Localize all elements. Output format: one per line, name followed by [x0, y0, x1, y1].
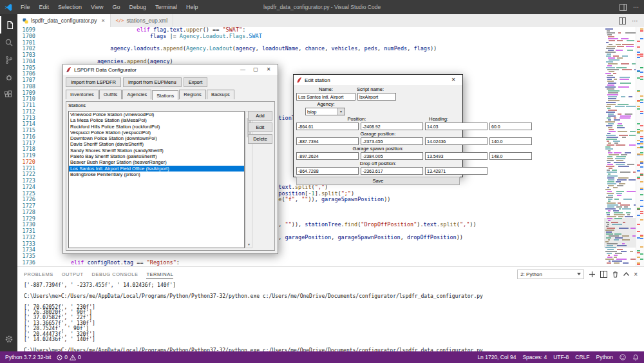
- edit-station-title-bar[interactable]: Edit station ✕: [294, 75, 462, 85]
- close-icon[interactable]: ×: [102, 18, 105, 24]
- stations-listbox[interactable]: Vinewood Police Station (vinewoodPol)La …: [68, 111, 245, 248]
- new-terminal-icon[interactable]: [589, 271, 596, 278]
- kill-terminal-trash-icon[interactable]: [612, 271, 619, 278]
- garage-z-field[interactable]: [425, 137, 488, 145]
- list-item[interactable]: Bolingbroke Penitentiary (prison): [69, 172, 244, 177]
- panel-tab-output[interactable]: OUTPUT: [62, 269, 84, 279]
- configurator-tab-backups[interactable]: Backups: [207, 90, 234, 99]
- garage-spawn-z-field[interactable]: [425, 152, 488, 160]
- garage-spawn-y-field[interactable]: [361, 152, 423, 160]
- terminal-select[interactable]: 2: Python: [517, 270, 584, 279]
- status-item[interactable]: Python: [596, 354, 613, 360]
- debug-icon[interactable]: [0, 68, 17, 86]
- code-line[interactable]: flags |= Agency.Loadout.Flags.SWAT: [44, 34, 601, 40]
- more-actions-icon[interactable]: ⋯: [632, 17, 638, 25]
- list-item[interactable]: Vespucci Police Station (vespucciPol): [69, 130, 244, 135]
- code-line[interactable]: agency.loadouts.append(Agency.Loadout(ag…: [44, 46, 601, 52]
- configurator-tab-outfits[interactable]: Outfits: [99, 90, 122, 99]
- garage-heading-field[interactable]: [489, 137, 532, 145]
- code-line[interactable]: elif configRoot.tag == "Regions":: [44, 260, 601, 266]
- panel-tab-terminal[interactable]: TERMINAL: [146, 269, 173, 279]
- position-y-field[interactable]: [361, 123, 423, 130]
- notifications-bell-icon[interactable]: [632, 354, 639, 361]
- menu-file[interactable]: File: [16, 0, 35, 14]
- list-item[interactable]: Downtown Police Station (downtownPol): [69, 135, 244, 141]
- layout-toggle-icon[interactable]: [620, 4, 627, 11]
- settings-gear-icon[interactable]: [0, 330, 17, 348]
- edit-button[interactable]: Edit: [248, 123, 272, 132]
- list-item[interactable]: Los Santos Intl. Airport Field Office (l…: [69, 166, 244, 172]
- list-item[interactable]: Paleto Bay Sheriff Station (paletoSherif…: [69, 153, 244, 159]
- menu-go[interactable]: Go: [108, 0, 124, 14]
- panel-tab-debug-console[interactable]: DEBUG CONSOLE: [92, 269, 138, 279]
- menu-edit[interactable]: Edit: [35, 0, 54, 14]
- overview-ruler[interactable]: [636, 27, 644, 266]
- dropoff-y-field[interactable]: [361, 167, 423, 175]
- status-item[interactable]: UTF-8: [553, 354, 569, 360]
- garage-spawn-x-field[interactable]: [296, 152, 359, 160]
- menu-terminal[interactable]: Terminal: [151, 0, 182, 14]
- list-item[interactable]: Davis Sheriff Station (davisSheriff): [69, 141, 244, 147]
- close-icon[interactable]: ✕: [447, 75, 460, 85]
- source-control-icon[interactable]: [0, 51, 17, 68]
- menu-selection[interactable]: Selection: [53, 0, 86, 14]
- list-item[interactable]: Vinewood Police Station (vinewoodPol): [69, 112, 244, 117]
- configurator-title-bar[interactable]: LSPDFR Data Configurator — ▢ ✕: [63, 64, 278, 75]
- status-item[interactable]: Ln 1720, Col 94: [477, 354, 516, 360]
- gutter[interactable]: 1699170017011702170317041705170617071708…: [17, 27, 42, 266]
- problems-status[interactable]: 0 0: [57, 354, 80, 360]
- configurator-tab-stations[interactable]: Stations: [152, 90, 178, 100]
- list-item[interactable]: Sandy Shores Sheriff Station (sandySheri…: [69, 148, 244, 153]
- import-eupmenu-button[interactable]: Import from EUPMenu: [123, 77, 182, 87]
- feedback-smiley-icon[interactable]: [620, 354, 626, 360]
- save-button[interactable]: Save: [296, 177, 460, 185]
- dropoff-x-field[interactable]: [296, 167, 359, 175]
- scroll-down-icon[interactable]: ▼: [246, 242, 252, 248]
- name-field[interactable]: [296, 93, 355, 101]
- menu-help[interactable]: Help: [182, 0, 203, 14]
- minimap[interactable]: [604, 27, 636, 266]
- position-z-field[interactable]: [425, 123, 488, 130]
- garage-spawn-heading-field[interactable]: [489, 152, 532, 160]
- split-terminal-icon[interactable]: [600, 271, 607, 278]
- maximize-panel-icon[interactable]: [623, 272, 629, 276]
- line-number[interactable]: 1736: [17, 260, 35, 266]
- menu-debug[interactable]: Debug: [124, 0, 151, 14]
- position-x-field[interactable]: [296, 123, 359, 130]
- terminal-content[interactable]: ['-887.7394f', ' -2373.455f', ' 14.02436…: [17, 281, 644, 351]
- status-item[interactable]: CRLF: [575, 354, 589, 360]
- list-item[interactable]: La Mesa Police Station (laMesaPol): [69, 117, 244, 123]
- add-button[interactable]: Add: [248, 111, 272, 121]
- split-editor-icon[interactable]: [619, 17, 626, 25]
- list-item[interactable]: Rockford Hills Police Station (rockfordP…: [69, 124, 244, 130]
- heading-field[interactable]: [489, 123, 532, 130]
- explorer-icon[interactable]: [0, 16, 17, 34]
- panel-tab-problems[interactable]: PROBLEMS: [24, 269, 53, 279]
- script-name-field[interactable]: [357, 93, 396, 101]
- delete-button[interactable]: Delete: [248, 134, 272, 144]
- configurator-tab-agencies[interactable]: Agencies: [122, 90, 151, 99]
- close-icon[interactable]: ✕: [262, 64, 275, 75]
- extensions-icon[interactable]: [0, 86, 17, 103]
- tab-lspdfr-data-configurator[interactable]: lspdfr_data_configurator.py ×: [17, 14, 111, 27]
- search-icon[interactable]: [0, 34, 17, 51]
- status-right-items: Ln 1720, Col 94Spaces: 4UTF-8CRLFPython: [477, 354, 613, 360]
- import-lspdfr-button[interactable]: Import from LSPDFR: [66, 77, 121, 87]
- garage-x-field[interactable]: [296, 137, 359, 145]
- more-actions-icon[interactable]: ⋯: [633, 4, 639, 10]
- maximize-icon[interactable]: ▢: [249, 64, 262, 75]
- garage-y-field[interactable]: [361, 137, 423, 145]
- heading-label: Heading:: [417, 116, 460, 122]
- python-version-status[interactable]: Python 3.7.2 32-bit: [5, 354, 51, 360]
- agency-combobox[interactable]: lsiap ▼: [305, 108, 345, 115]
- configurator-tab-inventories[interactable]: Inventories: [66, 90, 99, 99]
- configurator-tab-regions[interactable]: Regions: [179, 90, 206, 99]
- close-panel-icon[interactable]: ×: [634, 271, 638, 278]
- menu-view[interactable]: View: [86, 0, 108, 14]
- export-button[interactable]: Export: [184, 77, 208, 87]
- tab-stations-eup[interactable]: </> stations_eup.xml: [111, 14, 173, 27]
- minimize-icon[interactable]: —: [236, 64, 249, 75]
- dropoff-z-field[interactable]: [425, 167, 488, 175]
- status-item[interactable]: Spaces: 4: [522, 354, 547, 360]
- list-item[interactable]: Beaver Bush Ranger Station (beaverRanger…: [69, 159, 244, 165]
